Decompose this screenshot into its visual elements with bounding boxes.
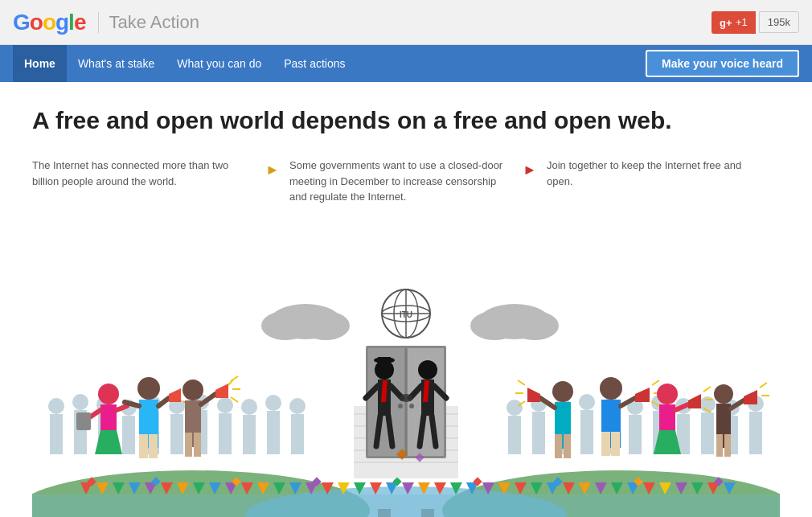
svg-line-95 [432, 416, 436, 446]
main-content: A free and open world depends on a free … [0, 82, 812, 517]
nav-whats-at-stake[interactable]: What's at stake [67, 45, 166, 82]
svg-point-61 [511, 311, 559, 340]
nav-what-you-can-do[interactable]: What you can do [166, 45, 273, 82]
header-title: Take Action [98, 12, 199, 33]
svg-point-131 [137, 377, 160, 400]
svg-point-103 [48, 398, 64, 414]
svg-rect-158 [580, 410, 593, 454]
svg-rect-202 [724, 434, 731, 457]
svg-rect-152 [508, 416, 521, 454]
svg-point-173 [552, 381, 573, 402]
svg-rect-134 [149, 434, 158, 458]
arrow-2-icon: ► [523, 159, 537, 181]
gplus-icon: g+ [720, 16, 732, 29]
svg-rect-110 [122, 416, 135, 454]
svg-point-89 [418, 360, 437, 380]
svg-rect-102 [421, 509, 434, 518]
svg-rect-114 [170, 414, 183, 454]
svg-rect-201 [716, 434, 723, 457]
svg-rect-172 [749, 412, 762, 454]
col-2: ► Some governments want to use a closed-… [265, 158, 523, 205]
svg-rect-162 [629, 415, 642, 454]
svg-rect-133 [139, 434, 148, 458]
svg-rect-184 [601, 432, 610, 456]
svg-rect-176 [564, 434, 571, 458]
svg-text:g+: g+ [720, 17, 732, 29]
svg-rect-104 [50, 414, 63, 454]
svg-rect-120 [243, 415, 256, 454]
col-3: ► Join together to keep the Internet fre… [523, 158, 780, 205]
col1-text: The Internet has connected more than two… [32, 158, 249, 189]
info-columns: The Internet has connected more than two… [32, 158, 780, 205]
svg-point-151 [506, 400, 523, 416]
page-headline: A free and open world depends on a free … [32, 106, 780, 135]
navbar: Home What's at stake What you can do Pas… [0, 45, 812, 82]
gplus-label: +1 [736, 16, 748, 28]
svg-point-105 [72, 394, 88, 410]
svg-rect-168 [701, 412, 714, 454]
svg-point-79 [409, 404, 414, 408]
svg-rect-143 [185, 433, 192, 457]
svg-point-199 [714, 384, 733, 404]
svg-rect-5 [32, 494, 780, 518]
nav-past-actions[interactable]: Past actions [273, 45, 356, 82]
make-voice-heard-button[interactable]: Make your voice heard [646, 50, 799, 77]
svg-point-182 [600, 377, 622, 400]
svg-point-121 [265, 395, 281, 411]
arrow-1-icon: ► [265, 159, 280, 181]
svg-rect-100 [378, 509, 391, 518]
svg-rect-185 [611, 432, 620, 456]
svg-rect-88 [378, 357, 391, 362]
svg-point-58 [301, 311, 350, 340]
svg-text:ITU: ITU [400, 310, 412, 319]
count-badge: 195k [759, 11, 799, 33]
svg-rect-175 [555, 434, 562, 458]
svg-point-119 [241, 399, 257, 415]
gplus-button[interactable]: g+ +1 [712, 11, 756, 34]
svg-rect-154 [532, 412, 545, 454]
illustration-svg: ITU [32, 229, 780, 518]
svg-rect-130 [76, 412, 91, 430]
svg-point-78 [398, 404, 403, 408]
svg-rect-124 [291, 414, 304, 454]
svg-point-96 [400, 394, 412, 402]
nav-home[interactable]: Home [13, 45, 67, 82]
svg-point-123 [289, 398, 306, 414]
header-actions: g+ +1 195k [712, 11, 799, 34]
svg-point-191 [657, 384, 678, 404]
col-1: The Internet has connected more than two… [32, 158, 265, 205]
svg-line-86 [388, 416, 392, 446]
header: Google Take Action g+ +1 195k [0, 0, 812, 45]
svg-line-94 [420, 416, 424, 446]
svg-point-157 [579, 394, 595, 410]
svg-rect-118 [219, 413, 232, 454]
svg-point-117 [217, 397, 233, 413]
svg-point-125 [98, 384, 119, 404]
svg-point-141 [182, 380, 203, 400]
google-logo: Google [13, 10, 85, 35]
svg-line-85 [376, 416, 380, 446]
col3-text: Join together to keep the Internet free … [547, 158, 764, 189]
col2-text: Some governments want to use a closed-do… [289, 158, 506, 205]
svg-rect-144 [194, 433, 201, 457]
svg-rect-122 [267, 411, 280, 454]
main-illustration: ITU [32, 229, 780, 518]
